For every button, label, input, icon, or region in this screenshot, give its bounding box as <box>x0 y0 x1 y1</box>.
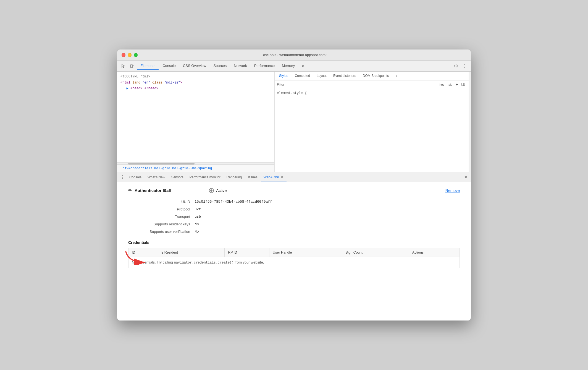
toolbar-right-controls: ⚙ ⋮ <box>452 62 469 70</box>
col-header-is-resident: Is Resident <box>157 248 225 257</box>
svg-rect-0 <box>130 65 133 67</box>
tab-css-overview[interactable]: CSS Overview <box>180 62 210 70</box>
protocol-value: u2f <box>195 207 460 211</box>
browser-window: DevTools - webauthndemo.appspot.com/ Ele… <box>117 49 471 321</box>
elements-tree: <!DOCTYPE html> <html lang="en" class="m… <box>117 72 274 162</box>
cls-button[interactable]: .cls <box>447 82 453 87</box>
col-header-user-handle: User Handle <box>269 248 342 257</box>
tab-performance[interactable]: Performance <box>251 62 278 70</box>
authenticator-info: UUID 15c01f56-785f-43b4-ab58-4facd60f9af… <box>128 200 460 234</box>
more-options-icon[interactable]: ⋮ <box>461 62 469 70</box>
add-style-icon[interactable]: + <box>455 82 459 88</box>
scrollbar-thumb <box>128 163 195 165</box>
authenticator-name: Authenticator f9aff <box>135 188 171 193</box>
devtools-toolbar: Elements Console CSS Overview Sources Ne… <box>117 61 471 72</box>
drawer-close-button[interactable]: ✕ <box>463 173 469 181</box>
tab-dom-breakpoints[interactable]: DOM Breakpoints <box>359 73 392 79</box>
authenticator-title: ✏ Authenticator f9aff <box>128 188 171 193</box>
tab-elements[interactable]: Elements <box>137 62 159 70</box>
select-element-icon[interactable] <box>119 62 127 70</box>
uuid-label: UUID <box>128 200 195 204</box>
styles-panel: Styles Computed Layout Event Listeners D… <box>275 72 469 172</box>
head-line: ▶ <head>…</head> <box>120 86 271 92</box>
styles-filter-input[interactable] <box>277 83 436 87</box>
drawer-tab-performance-monitor[interactable]: Performance monitor <box>187 174 223 181</box>
styles-tabs: Styles Computed Layout Event Listeners D… <box>275 72 469 80</box>
head-expand-icon[interactable]: ▶ <box>127 87 128 90</box>
drawer-tab-webauthn[interactable]: WebAuthn ✕ <box>261 173 287 181</box>
credentials-table: ID Is Resident RP ID User Handle Sign Co… <box>128 248 460 268</box>
styles-element-style: element.style { <box>275 89 469 97</box>
styles-filter-bar: :hov .cls + <box>275 80 469 89</box>
svg-rect-1 <box>133 65 134 67</box>
remove-button[interactable]: Remove <box>445 188 460 193</box>
minimize-button[interactable] <box>128 53 132 57</box>
tab-more[interactable]: » <box>299 62 307 70</box>
devtools-tabs: Elements Console CSS Overview Sources Ne… <box>137 62 451 70</box>
titlebar: DevTools - webauthndemo.appspot.com/ <box>117 49 471 61</box>
tab-styles-more[interactable]: » <box>392 73 401 79</box>
hov-button[interactable]: :hov <box>437 82 445 87</box>
settings-icon[interactable]: ⚙ <box>452 62 460 70</box>
tab-sources[interactable]: Sources <box>210 62 230 70</box>
credentials-title: Credentials <box>128 240 460 245</box>
resident-keys-value: No <box>195 222 460 226</box>
tab-memory[interactable]: Memory <box>279 62 298 70</box>
red-arrow-annotation <box>123 249 156 265</box>
webauthn-panel: ✏ Authenticator f9aff Active Remove UUID… <box>117 182 471 321</box>
styles-scrollbar[interactable] <box>469 72 471 172</box>
col-header-actions: Actions <box>409 248 460 257</box>
credentials-section: Credentials ID Is Resident RP ID User Ha… <box>128 240 460 268</box>
breadcrumb: … div#credentials.mdl-grid.mdl-grid--no-… <box>117 165 274 172</box>
window-title: DevTools - webauthndemo.appspot.com/ <box>261 53 327 57</box>
close-button[interactable] <box>122 53 125 57</box>
transport-label: Transport <box>128 215 195 219</box>
active-radio[interactable] <box>209 188 214 193</box>
user-verify-value: No <box>195 230 460 234</box>
html-line: <html lang="en" class="mdl-js"> <box>120 80 271 86</box>
panels-row: <!DOCTYPE html> <html lang="en" class="m… <box>117 72 471 172</box>
active-label: Active <box>216 188 227 193</box>
tab-network[interactable]: Network <box>230 62 250 70</box>
resident-keys-label: Supports resident keys <box>128 222 195 226</box>
tab-event-listeners[interactable]: Event Listeners <box>330 73 359 79</box>
maximize-button[interactable] <box>134 53 138 57</box>
toggle-sidebar-icon[interactable] <box>460 82 466 87</box>
drawer-tab-issues[interactable]: Issues <box>245 174 260 181</box>
tab-layout[interactable]: Layout <box>313 73 330 79</box>
tab-computed[interactable]: Computed <box>292 73 313 79</box>
edit-authenticator-icon[interactable]: ✏ <box>128 188 132 193</box>
col-header-rp-id: RP ID <box>225 248 269 257</box>
protocol-label: Protocol <box>128 207 195 211</box>
user-verify-label: Supports user verification <box>128 230 195 234</box>
drawer-tabs: ⋮ Console What's New Sensors Performance… <box>117 172 471 182</box>
drawer-tab-whats-new[interactable]: What's New <box>145 174 168 181</box>
no-credentials-cell: No credentials. Try calling navigator.cr… <box>128 257 460 268</box>
svg-rect-3 <box>464 83 465 86</box>
active-badge: Active <box>209 188 227 193</box>
tab-styles[interactable]: Styles <box>276 73 292 79</box>
elements-panel: <!DOCTYPE html> <html lang="en" class="m… <box>117 72 275 172</box>
bottom-drawer: ⋮ Console What's New Sensors Performance… <box>117 172 471 321</box>
window-controls <box>122 53 138 57</box>
devtools-main: <!DOCTYPE html> <html lang="en" class="m… <box>117 72 471 321</box>
right-panel-wrapper: Styles Computed Layout Event Listeners D… <box>275 72 471 172</box>
drawer-tab-close-icon[interactable]: ✕ <box>280 175 284 179</box>
drawer-more-icon[interactable]: ⋮ <box>119 174 126 181</box>
drawer-tab-console[interactable]: Console <box>127 174 144 181</box>
tab-console[interactable]: Console <box>159 62 179 70</box>
authenticator-header: ✏ Authenticator f9aff Active Remove <box>128 188 460 193</box>
col-header-sign-count: Sign Count <box>342 248 409 257</box>
doctype-line: <!DOCTYPE html> <box>120 74 271 80</box>
device-toolbar-icon[interactable] <box>128 62 136 70</box>
uuid-value: 15c01f56-785f-43b4-ab58-4facd60f9aff <box>195 200 460 204</box>
table-header-row: ID Is Resident RP ID User Handle Sign Co… <box>128 248 460 257</box>
drawer-tab-rendering[interactable]: Rendering <box>224 174 245 181</box>
transport-value: usb <box>195 215 460 219</box>
table-row: No credentials. Try calling navigator.cr… <box>128 257 460 268</box>
drawer-tab-sensors[interactable]: Sensors <box>169 174 186 181</box>
elements-scrollbar[interactable] <box>117 162 274 165</box>
